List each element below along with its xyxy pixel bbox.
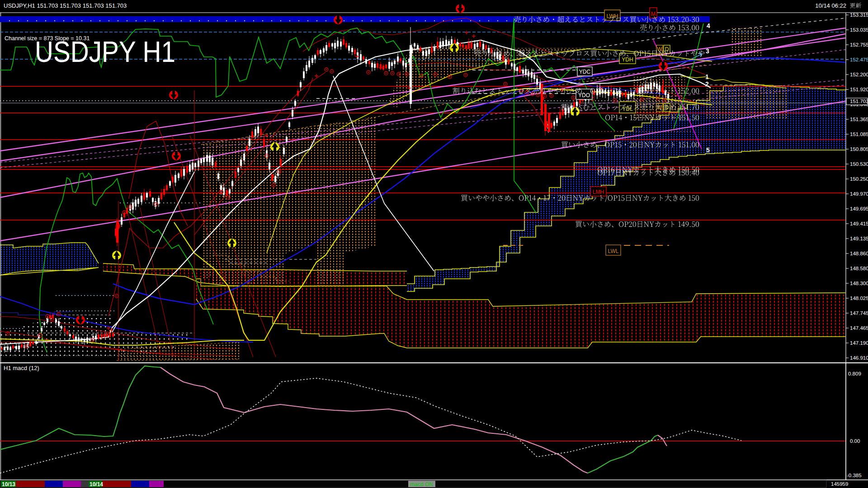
svg-text:10/14 06:22: 10/14 06:22 [815,2,846,9]
svg-text:149.970: 149.970 [850,191,868,197]
svg-text:153.035: 153.035 [850,27,868,33]
svg-text:D: D [665,46,669,52]
svg-text:10/14: 10/14 [90,481,103,488]
svg-text:M: M [651,11,656,17]
svg-text:147.465: 147.465 [850,325,868,331]
svg-text:YDH: YDH [622,56,633,63]
svg-text:146.910: 146.910 [850,355,868,361]
svg-text:150.530: 150.530 [850,161,868,167]
svg-text:152.755: 152.755 [850,42,868,47]
svg-text:149.135: 149.135 [850,236,868,241]
svg-text:LWH: LWH [607,13,618,19]
svg-text:4: 4 [707,22,710,29]
svg-text:macd ON: macd ON [410,481,433,488]
svg-text:LWL: LWL [608,248,619,254]
svg-text:YDC: YDC [579,69,591,75]
svg-text:151.920: 151.920 [850,87,868,92]
svg-text:148.580: 148.580 [850,266,868,271]
svg-text:153.315: 153.315 [850,12,868,18]
svg-text:LMH: LMH [593,189,604,195]
svg-text:147.745: 147.745 [850,310,868,316]
svg-text:148.025: 148.025 [850,296,868,301]
svg-text:1: 1 [705,73,709,80]
svg-text:H1 macd (12): H1 macd (12) [4,365,39,371]
svg-text:147.190: 147.190 [850,340,868,346]
svg-text:152.475: 152.475 [850,57,868,62]
svg-text:151.365: 151.365 [850,117,868,122]
svg-text:150.250: 150.250 [850,176,868,182]
svg-text:2: 2 [705,80,709,88]
svg-text:148.860: 148.860 [850,251,868,256]
svg-text:145959: 145959 [831,481,848,487]
svg-text:149.415: 149.415 [850,221,868,226]
svg-text:152.200: 152.200 [850,72,868,77]
svg-text:151.085: 151.085 [850,131,868,137]
svg-text:151.703: 151.703 [850,99,868,104]
svg-text:150.805: 150.805 [850,146,868,152]
svg-text:USDJPY H1: USDJPY H1 [35,35,175,68]
svg-text:3: 3 [706,47,709,55]
svg-text:0.809: 0.809 [848,371,861,376]
svg-text:5: 5 [706,146,710,154]
svg-text:USDJPY,H1 151.703 151.703 151: USDJPY,H1 151.703 151.703 151.703 151.70… [4,2,127,9]
svg-text:148.300: 148.300 [850,281,868,286]
svg-text:0.00: 0.00 [850,438,860,444]
svg-text:-0.385: -0.385 [847,473,862,478]
svg-text:10/13: 10/13 [2,481,15,488]
svg-text:149.695: 149.695 [850,206,868,211]
